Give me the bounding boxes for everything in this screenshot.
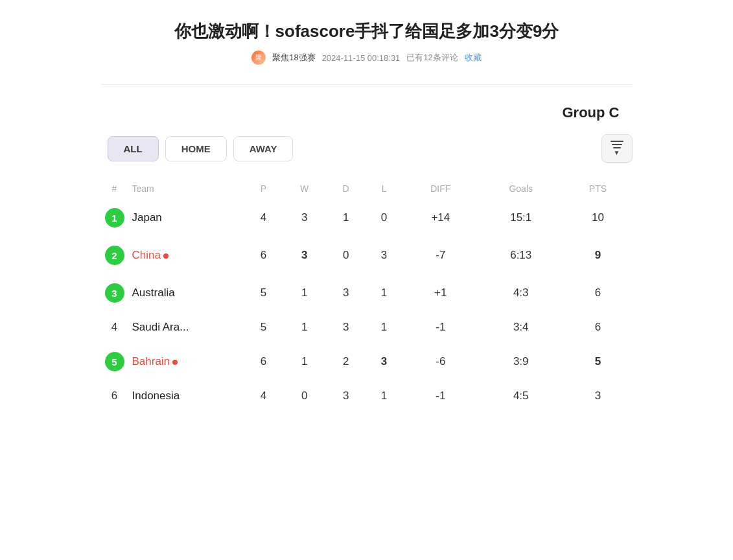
played-cell: 5 — [245, 312, 283, 343]
played-cell: 5 — [245, 274, 283, 312]
standings-table: # Team P W D L DIFF Goals PTS 1Japan4310… — [101, 178, 633, 412]
col-rank: # — [101, 178, 128, 199]
rank-cell: 6 — [101, 380, 128, 412]
sort-button[interactable]: ▼ — [601, 134, 633, 163]
collect-button[interactable]: 收藏 — [465, 52, 482, 64]
wins-cell: 1 — [283, 274, 327, 312]
pts-cell: 6 — [563, 274, 632, 312]
article-source: 聚焦18强赛 — [272, 52, 315, 64]
col-p: P — [245, 178, 283, 199]
filter-away-button[interactable]: AWAY — [233, 136, 294, 161]
table-row: 5Bahrain6123-63:95 — [101, 343, 633, 380]
col-diff: DIFF — [403, 178, 479, 199]
diff-cell: -1 — [403, 312, 479, 343]
played-cell: 6 — [245, 237, 283, 274]
rank-cell: 1 — [101, 199, 128, 237]
draws-cell: 3 — [327, 312, 366, 343]
losses-cell: 3 — [366, 343, 403, 380]
live-dot-icon — [163, 253, 169, 259]
col-d: D — [327, 178, 366, 199]
wins-cell: 3 — [283, 237, 327, 274]
diff-cell: +14 — [403, 199, 479, 237]
team-name-cell: Indonesia — [128, 380, 245, 412]
goals-cell: 4:5 — [478, 380, 563, 412]
filter-all-button[interactable]: ALL — [108, 136, 159, 161]
group-title: Group C — [101, 104, 633, 121]
section-divider — [101, 84, 633, 85]
article-title: 你也激动啊！sofascore手抖了给国足多加3分变9分 — [101, 19, 633, 43]
sort-arrow-icon: ▼ — [614, 149, 620, 156]
sort-bar-2 — [612, 144, 622, 145]
col-pts: PTS — [563, 178, 632, 199]
col-l: L — [366, 178, 403, 199]
table-header-row: # Team P W D L DIFF Goals PTS — [101, 178, 633, 199]
table-row: 6Indonesia4031-14:53 — [101, 380, 633, 412]
team-name-cell: Bahrain — [128, 343, 245, 380]
table-row: 1Japan4310+1415:110 — [101, 199, 633, 237]
losses-cell: 1 — [366, 380, 403, 412]
col-goals: Goals — [478, 178, 563, 199]
col-w: W — [283, 178, 327, 199]
losses-cell: 0 — [366, 199, 403, 237]
filter-home-button[interactable]: HOME — [165, 136, 227, 161]
played-cell: 6 — [245, 343, 283, 380]
played-cell: 4 — [245, 199, 283, 237]
article-datetime: 2024-11-15 00:18:31 — [322, 53, 401, 63]
rank-cell: 5 — [101, 343, 128, 380]
pts-cell: 9 — [563, 237, 632, 274]
filter-row: ALL HOME AWAY ▼ — [101, 134, 633, 163]
sort-bar-1 — [611, 141, 623, 142]
article-comments: 已有12条评论 — [406, 52, 458, 64]
pts-cell: 10 — [563, 199, 632, 237]
table-row: 3Australia5131+14:36 — [101, 274, 633, 312]
goals-cell: 15:1 — [478, 199, 563, 237]
wins-cell: 1 — [283, 312, 327, 343]
losses-cell: 1 — [366, 274, 403, 312]
article-meta: 聚 聚焦18强赛 2024-11-15 00:18:31 已有12条评论 收藏 — [101, 51, 633, 65]
played-cell: 4 — [245, 380, 283, 412]
goals-cell: 4:3 — [478, 274, 563, 312]
draws-cell: 2 — [327, 343, 366, 380]
author-avatar: 聚 — [251, 51, 266, 65]
diff-cell: -1 — [403, 380, 479, 412]
sort-bar-3 — [613, 147, 621, 148]
draws-cell: 3 — [327, 274, 366, 312]
goals-cell: 3:4 — [478, 312, 563, 343]
wins-cell: 0 — [283, 380, 327, 412]
team-name-cell: Japan — [128, 199, 245, 237]
table-row: 4Saudi Ara...5131-13:46 — [101, 312, 633, 343]
team-name-cell: China — [128, 237, 245, 274]
col-team: Team — [128, 178, 245, 199]
rank-cell: 3 — [101, 274, 128, 312]
rank-cell: 2 — [101, 237, 128, 274]
pts-cell: 5 — [563, 343, 632, 380]
wins-cell: 1 — [283, 343, 327, 380]
pts-cell: 3 — [563, 380, 632, 412]
draws-cell: 3 — [327, 380, 366, 412]
rank-cell: 4 — [101, 312, 128, 343]
wins-cell: 3 — [283, 199, 327, 237]
pts-cell: 6 — [563, 312, 632, 343]
losses-cell: 3 — [366, 237, 403, 274]
group-section: Group C ALL HOME AWAY ▼ # Team P W D — [101, 104, 633, 412]
team-name-cell: Saudi Ara... — [128, 312, 245, 343]
goals-cell: 3:9 — [478, 343, 563, 380]
diff-cell: -7 — [403, 237, 479, 274]
table-row: 2China6303-76:139 — [101, 237, 633, 274]
diff-cell: +1 — [403, 274, 479, 312]
diff-cell: -6 — [403, 343, 479, 380]
draws-cell: 0 — [327, 237, 366, 274]
live-dot-icon — [172, 360, 178, 365]
goals-cell: 6:13 — [478, 237, 563, 274]
team-name-cell: Australia — [128, 274, 245, 312]
losses-cell: 1 — [366, 312, 403, 343]
draws-cell: 1 — [327, 199, 366, 237]
